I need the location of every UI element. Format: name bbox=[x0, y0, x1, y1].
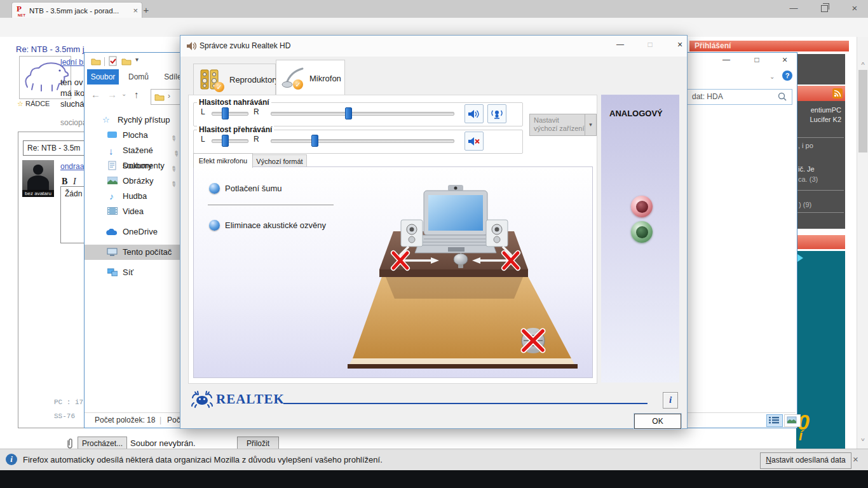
subtab-efekt-mikrofonu[interactable]: Efekt mikrofonu bbox=[193, 153, 253, 168]
search-text: dat: HDA bbox=[692, 92, 723, 101]
signature-line: PC : i7 bbox=[54, 398, 83, 406]
mic-jack-pink[interactable] bbox=[631, 196, 653, 217]
sidebar-item-hudba[interactable]: ♪ Hudba bbox=[85, 189, 180, 204]
post-author-link[interactable]: lední br bbox=[60, 58, 86, 67]
sidebar-panel: entiumPC Lucifer K2 , i po ič. Je ca. (3… bbox=[796, 101, 845, 229]
echo-cancellation-orb[interactable] bbox=[209, 220, 220, 231]
page-scrollbar[interactable]: ^ ^ bbox=[857, 37, 868, 449]
help-icon[interactable]: ? bbox=[782, 71, 792, 81]
data-settings-button[interactable]: Nastavit odesílaná data bbox=[760, 452, 851, 469]
explorer-maximize-button[interactable]: □ bbox=[743, 55, 771, 64]
ok-button[interactable]: OK bbox=[634, 414, 681, 429]
realtek-titlebar[interactable]: Správce zvuku Realtek HD — □ × bbox=[180, 36, 687, 57]
explorer-close-button[interactable]: × bbox=[773, 55, 796, 65]
sidebar-item-sit[interactable]: Síť bbox=[85, 265, 180, 280]
analog-panel-title: ANALOGOVÝ bbox=[609, 109, 663, 118]
search-icon[interactable] bbox=[778, 92, 787, 101]
dialog-close-button[interactable]: × bbox=[669, 39, 691, 50]
qat-customize-icon[interactable]: ▾ bbox=[135, 56, 139, 63]
sidebar-label: Hudba bbox=[123, 189, 147, 204]
ribbon-tab-domu[interactable]: Domů bbox=[124, 69, 153, 85]
rss-icon[interactable] bbox=[832, 88, 843, 98]
lineout-jack-green[interactable] bbox=[631, 221, 653, 243]
tab-mikrofon[interactable]: ✓ Mikrofon bbox=[276, 60, 345, 95]
sidebar-item-obrazky[interactable]: Obrázky ✎ bbox=[85, 173, 180, 189]
sidebar-item-onedrive[interactable]: OneDrive bbox=[85, 224, 180, 240]
recording-balance-thumb[interactable] bbox=[222, 107, 229, 119]
nav-back-icon[interactable]: ← bbox=[91, 89, 100, 100]
avatar-caption: bez avataru bbox=[22, 190, 54, 197]
tab-reproduktory[interactable]: ✓ Reproduktory bbox=[193, 64, 276, 95]
folder-icon[interactable] bbox=[121, 57, 132, 65]
info-button[interactable]: i bbox=[663, 392, 678, 409]
sidebar-item-quick-access[interactable]: ☆ Rychlý přístup bbox=[85, 112, 180, 128]
playback-volume-thumb[interactable] bbox=[311, 135, 318, 147]
recording-volume-slider[interactable] bbox=[271, 112, 454, 116]
ad-text-fragment: í bbox=[799, 428, 803, 444]
recording-balance-slider[interactable] bbox=[212, 112, 248, 116]
thread-heading[interactable]: Re: NTB - 3.5mm j bbox=[16, 44, 85, 54]
scrollbar-thumb[interactable] bbox=[858, 70, 867, 152]
notification-close-icon[interactable]: × bbox=[853, 454, 858, 464]
reply-author-link[interactable]: ondraa bbox=[60, 162, 84, 171]
recording-monitor-button[interactable] bbox=[465, 104, 484, 123]
firefox-minimize-button[interactable]: — bbox=[783, 0, 804, 17]
browser-tab[interactable]: P NET NTB - 3.5mm jack - porad... × bbox=[11, 2, 142, 18]
jack-hole bbox=[636, 226, 648, 238]
new-tab-button[interactable]: + bbox=[139, 4, 154, 17]
sidebar-item-plocha[interactable]: Plocha ✎ bbox=[85, 128, 180, 143]
microphone-boost-button[interactable] bbox=[487, 104, 506, 123]
sidebar-user-fragment[interactable]: Lucifer K2 bbox=[810, 116, 841, 123]
balance-right-label: R bbox=[254, 107, 259, 116]
firefox-restore-button[interactable] bbox=[813, 0, 835, 17]
properties-check-icon[interactable] bbox=[109, 56, 118, 66]
post-text-line: sluchá bbox=[60, 99, 85, 109]
nav-up-icon[interactable]: ↑ bbox=[134, 89, 139, 100]
tab-close-icon[interactable]: × bbox=[133, 6, 138, 15]
playback-volume-label: Hlasitost přehrávání bbox=[197, 125, 274, 134]
folder-icon[interactable] bbox=[91, 57, 101, 65]
sidebar-panel bbox=[796, 54, 845, 85]
jack-hole bbox=[636, 201, 648, 213]
ribbon-tab-soubor[interactable]: Soubor bbox=[87, 69, 119, 85]
playback-balance-thumb[interactable] bbox=[222, 135, 229, 147]
mic-boost-icon bbox=[491, 109, 503, 119]
playback-volume-slider[interactable] bbox=[271, 139, 454, 143]
tab-label: Reproduktory bbox=[229, 75, 279, 85]
device-check-icon: ✓ bbox=[293, 79, 303, 90]
divider bbox=[104, 57, 105, 66]
thumbnail-view-button[interactable] bbox=[784, 414, 801, 427]
nav-history-icon[interactable]: ⌄ bbox=[121, 90, 126, 97]
sidebar-user-fragment[interactable]: entiumPC bbox=[811, 106, 841, 114]
address-folder-icon bbox=[154, 93, 165, 101]
recording-volume-thumb[interactable] bbox=[345, 107, 352, 119]
sidebar-label: Obrázky bbox=[123, 173, 153, 189]
noise-suppression-orb[interactable] bbox=[209, 183, 220, 194]
sidebar-item-videa[interactable]: Videa bbox=[85, 204, 180, 219]
restore-icon bbox=[821, 5, 828, 12]
sidebar-item-stazene-soubory[interactable]: ↓ Stažené soubory ✎ bbox=[85, 143, 180, 158]
bold-button[interactable]: B bbox=[62, 177, 67, 187]
ribbon-collapse-icon[interactable]: ⌄ bbox=[770, 73, 775, 80]
sidebar-item-tento-pocitac[interactable]: Tento počítač bbox=[85, 245, 180, 260]
details-view-button[interactable] bbox=[766, 414, 783, 427]
default-device-dropdown-icon[interactable]: ▾ bbox=[585, 114, 596, 135]
badge-star-icon: ☆ bbox=[17, 100, 24, 107]
sidebar-text-fragment: ca. (3) bbox=[798, 175, 818, 183]
nav-forward-icon[interactable]: → bbox=[107, 89, 117, 100]
scroll-up-icon[interactable]: ^ bbox=[857, 61, 868, 69]
item-count: Počet položek: 18 bbox=[95, 416, 155, 424]
scroll-down-icon[interactable]: ^ bbox=[857, 435, 868, 442]
speaker-mute-icon bbox=[468, 136, 480, 147]
thumbnail-view-icon bbox=[785, 415, 799, 425]
playback-mute-button[interactable] bbox=[465, 132, 484, 151]
realtek-wordmark: REALTEK bbox=[216, 391, 285, 407]
firefox-close-button[interactable]: × bbox=[844, 0, 865, 17]
explorer-minimize-button[interactable]: — bbox=[712, 55, 740, 64]
italic-button[interactable]: I bbox=[73, 177, 76, 187]
sidebar-label: OneDrive bbox=[123, 224, 158, 240]
sidebar-item-dokumenty[interactable]: Dokumenty ✎ bbox=[85, 158, 180, 173]
playback-balance-slider[interactable] bbox=[212, 139, 248, 143]
dialog-minimize-button[interactable]: — bbox=[609, 40, 631, 49]
address-chevron: › bbox=[168, 92, 170, 100]
